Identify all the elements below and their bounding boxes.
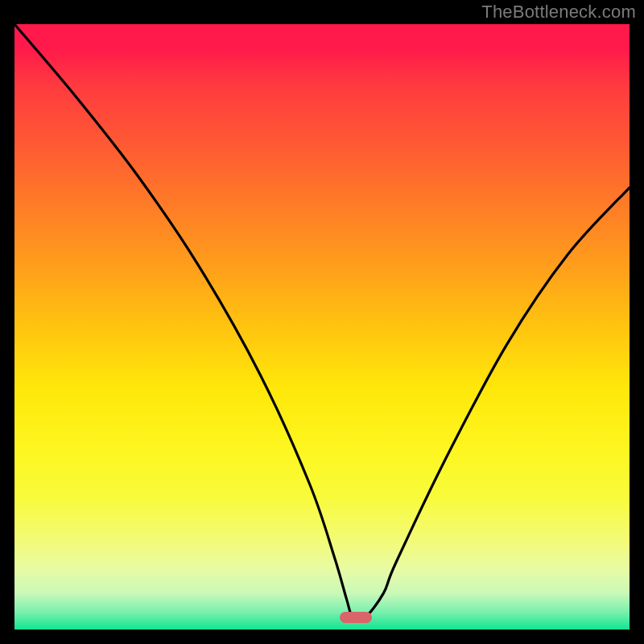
watermark-text: TheBottleneck.com (481, 2, 636, 23)
plot-area (14, 24, 630, 630)
chart-frame: TheBottleneck.com (0, 0, 644, 644)
optimal-point-marker (340, 612, 372, 623)
bottleneck-curve (14, 24, 630, 630)
